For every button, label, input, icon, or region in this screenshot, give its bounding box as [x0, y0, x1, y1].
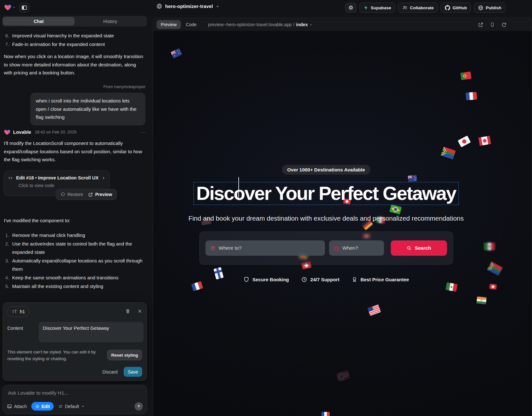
assistant-name: Lovable [13, 129, 31, 135]
content-field-label: Content [7, 326, 23, 331]
supabase-button[interactable]: Supabase [359, 3, 395, 13]
chat-composer[interactable]: Ask Lovable to modify H1... Attach Edit [3, 385, 147, 414]
trash-icon[interactable] [125, 308, 130, 314]
element-editor-panel: тT h1 Content Discover Your Perfect Geta… [3, 302, 147, 381]
collaborate-label: Collaborate [410, 5, 434, 10]
mobile-view-icon[interactable] [490, 22, 495, 27]
shield-icon [243, 276, 249, 283]
message-timestamp: 18:42 on Feb 20, 2025 [35, 130, 77, 134]
people-icon [402, 5, 408, 10]
destination-placeholder: Where to? [219, 245, 242, 251]
destination-input[interactable]: Where to? [205, 240, 325, 256]
list-item: Keep the same smooth animations and tran… [4, 274, 145, 282]
supabase-bolt-icon [364, 5, 368, 10]
element-tag: h1 [20, 309, 25, 314]
list-item: Use the activeIndex state to control bot… [4, 240, 145, 256]
chevron-down-icon [12, 6, 16, 9]
lovable-heart-icon [4, 129, 11, 135]
github-button[interactable]: GitHub [441, 3, 471, 13]
list-item: Improved visual hierarchy in the expande… [4, 32, 146, 40]
preview-url[interactable]: preview--hero-optimizer-travel.lovable.a… [208, 22, 313, 27]
assistant-paragraph: I've modified the component to: [4, 216, 144, 225]
tab-chat[interactable]: Chat [3, 17, 74, 26]
preview-pane: Preview Code preview--hero-optimizer-tra… [153, 18, 532, 416]
award-icon [351, 276, 357, 283]
restore-button[interactable]: Restore [60, 192, 83, 197]
discard-button[interactable]: Discard [103, 369, 118, 374]
supabase-label: Supabase [371, 5, 391, 10]
hero-headline[interactable]: Discover Your Perfect Getaway [196, 182, 456, 205]
content-textarea[interactable]: Discover Your Perfect Getaway [39, 322, 143, 342]
open-in-new-tab-icon[interactable] [478, 22, 483, 27]
selection-outline: Discover Your Perfect Getaway [193, 182, 459, 205]
chevron-down-icon [309, 23, 313, 26]
globe-icon [156, 3, 162, 9]
top-bar: hero-optimizer-travel ⚙ Supabase Collabo… [0, 0, 532, 15]
edit-mode-button[interactable]: Edit [31, 402, 54, 411]
date-input[interactable]: When? [329, 240, 384, 256]
sidebar-toggle-button[interactable] [19, 3, 29, 12]
list-item: Remove the manual click handling [4, 231, 145, 239]
search-button[interactable]: Search [391, 240, 447, 256]
settings-button[interactable]: ⚙ [345, 3, 357, 13]
typography-icon: тT [12, 309, 17, 314]
close-icon[interactable] [137, 309, 142, 314]
chevron-down-icon [81, 405, 85, 408]
code-icon [8, 176, 13, 180]
lovable-heart-icon [4, 4, 12, 11]
assistant-message-header: Lovable 18:42 on Feb 20, 2025 ··· [4, 129, 146, 135]
publish-globe-icon [478, 5, 483, 11]
url-page: index [296, 22, 308, 27]
assistant-paragraph: Now when you click on a location image, … [4, 52, 144, 77]
message-options-button[interactable]: ··· [140, 129, 146, 135]
tab-history[interactable]: History [74, 17, 146, 26]
composer-placeholder[interactable]: Ask Lovable to modify H1... [8, 390, 68, 396]
element-type-badge[interactable]: тT h1 [7, 306, 30, 317]
attach-button[interactable]: Attach [7, 404, 27, 409]
tab-code[interactable]: Code [186, 22, 197, 27]
calendar-icon [334, 246, 339, 251]
assistant-list-top: Improved visual hierarchy in the expande… [4, 32, 146, 49]
date-placeholder: When? [343, 245, 358, 251]
refresh-icon[interactable] [501, 22, 507, 27]
version-actions: Restore Preview [56, 189, 117, 200]
clipped-scrolled-text: · ··· ···· ·· ···· · ···· ··· ···· ··· ·… [4, 27, 141, 31]
save-button[interactable]: Save [124, 367, 142, 377]
feature-list: Secure Booking 24/7 Support Best Price G… [243, 276, 409, 283]
publish-label: Publish [486, 5, 501, 10]
send-button[interactable] [135, 402, 143, 411]
tab-preview[interactable]: Preview [157, 20, 181, 29]
chat-panel: Chat History · ··· ···· ·· ···· · ···· ·… [0, 15, 151, 416]
clock-icon [301, 276, 307, 283]
feature-support: 24/7 Support [301, 276, 339, 283]
url-host: preview--hero-optimizer-travel.lovable.a… [208, 22, 291, 27]
site-viewport: Over 1000+ Destinations Available Discov… [153, 31, 532, 416]
edit-card-subtitle: Click to view code [19, 183, 105, 188]
assistant-steps-list: Remove the manual click handling Use the… [4, 231, 145, 291]
arrow-up-icon [137, 404, 141, 408]
model-default-selector[interactable]: Default [58, 404, 84, 409]
url-separator: / [293, 22, 295, 27]
hero-badge: Over 1000+ Destinations Available [282, 165, 371, 175]
hero-subtitle: Find and book your dream destination wit… [189, 215, 464, 222]
reset-styling-button[interactable]: Reset styling [107, 350, 142, 360]
panel-icon [22, 5, 27, 10]
preview-version-button[interactable]: Preview [88, 192, 112, 197]
chevron-right-icon [102, 176, 105, 180]
feature-best-price: Best Price Guarantee [351, 276, 409, 283]
lovable-logo-menu[interactable] [4, 4, 16, 11]
target-icon [35, 404, 40, 409]
github-label: GitHub [452, 5, 467, 10]
collaborate-button[interactable]: Collaborate [398, 3, 438, 13]
feature-secure-booking: Secure Booking [243, 276, 289, 283]
project-switcher[interactable]: hero-optimizer-travel [156, 3, 220, 9]
message-author-label: From harrymckayroper [104, 84, 145, 89]
chevron-down-icon [216, 4, 220, 8]
chat-history-tabs: Chat History [2, 16, 147, 26]
publish-button[interactable]: Publish [474, 3, 505, 13]
restore-icon [60, 192, 65, 197]
sliders-icon [58, 404, 63, 409]
search-icon [406, 246, 412, 251]
map-pin-icon [210, 245, 216, 251]
preview-toolbar: Preview Code preview--hero-optimizer-tra… [153, 18, 532, 31]
